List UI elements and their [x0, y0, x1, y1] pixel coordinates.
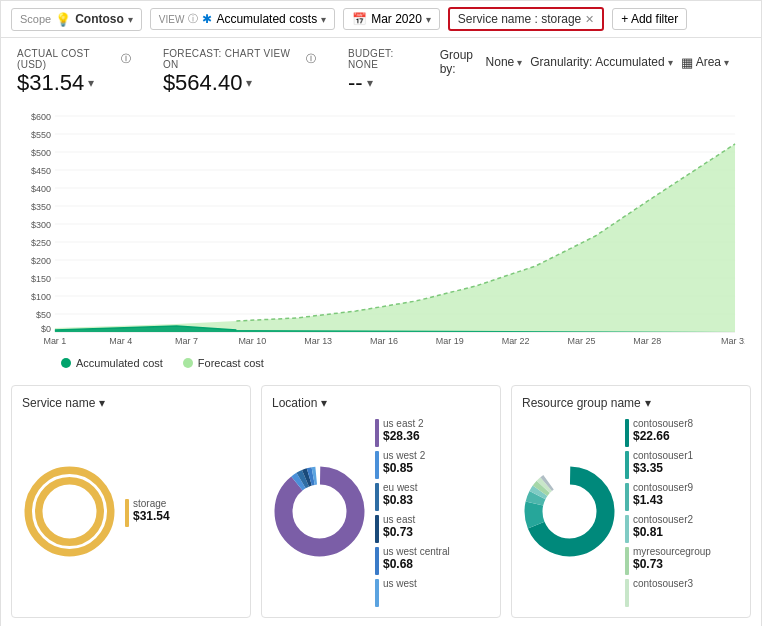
budget-label: BUDGET: NONE [348, 48, 424, 70]
svg-text:Mar 19: Mar 19 [436, 336, 464, 346]
view-type-select[interactable]: ▦ Area ▾ [681, 55, 729, 70]
date-caret-icon: ▾ [426, 14, 431, 25]
svg-text:$300: $300 [31, 220, 51, 230]
svg-text:Mar 4: Mar 4 [109, 336, 132, 346]
accumulated-legend-item: Accumulated cost [61, 357, 163, 369]
add-filter-button[interactable]: + Add filter [612, 8, 687, 30]
location-legend-item-2: eu west $0.83 [375, 482, 450, 511]
resource-legend-item-5: contosouser3 [625, 578, 711, 607]
service-name-card: Service name ▾ storage [11, 385, 251, 618]
area-chart-icon: ▦ [681, 55, 693, 70]
svg-text:Mar 13: Mar 13 [304, 336, 332, 346]
service-legend: storage $31.54 [125, 498, 170, 527]
svg-point-56 [552, 493, 588, 529]
svg-point-41 [52, 493, 88, 529]
svg-text:Mar 25: Mar 25 [568, 336, 596, 346]
location-legend-item-3: us east $0.73 [375, 514, 450, 543]
cards-row: Service name ▾ storage [1, 377, 761, 626]
chart-legend: Accumulated cost Forecast cost [1, 353, 761, 377]
view-type-value: Area [696, 55, 721, 69]
granularity-caret-icon: ▾ [668, 57, 673, 68]
location-legend-item-0: us east 2 $28.36 [375, 418, 450, 447]
svg-text:Mar 31: Mar 31 [721, 336, 745, 346]
svg-text:$0: $0 [41, 324, 51, 334]
resource-group-card-header[interactable]: Resource group name ▾ [522, 396, 740, 410]
svg-text:$100: $100 [31, 292, 51, 302]
svg-text:Mar 10: Mar 10 [238, 336, 266, 346]
groupby-value: None [486, 55, 515, 69]
svg-text:Mar 7: Mar 7 [175, 336, 198, 346]
view-value: Accumulated costs [216, 12, 317, 26]
service-legend-bar [125, 499, 129, 527]
location-title: Location [272, 396, 317, 410]
forecast-caret-icon: ▾ [246, 76, 252, 90]
scope-caret-icon: ▾ [128, 14, 133, 25]
view-caret-icon: ▾ [321, 14, 326, 25]
svg-text:$500: $500 [31, 148, 51, 158]
groupby-select[interactable]: Group by: None ▾ [440, 48, 523, 76]
svg-text:Mar 16: Mar 16 [370, 336, 398, 346]
svg-text:$550: $550 [31, 130, 51, 140]
scope-label: Scope [20, 13, 51, 25]
service-caret-icon: ▾ [99, 396, 105, 410]
groupby-caret-icon: ▾ [517, 57, 522, 68]
location-card: Location ▾ [261, 385, 501, 618]
service-legend-item: storage $31.54 [125, 498, 170, 527]
close-icon[interactable]: ✕ [585, 13, 594, 26]
accumulated-legend-dot [61, 358, 71, 368]
service-name-card-header[interactable]: Service name ▾ [22, 396, 240, 410]
granularity-select[interactable]: Granularity: Accumulated ▾ [530, 55, 672, 69]
asterisk-icon: ✱ [202, 12, 212, 26]
main-container: Scope 💡 Contoso ▾ VIEW ⓘ ✱ Accumulated c… [0, 0, 762, 626]
svg-text:$450: $450 [31, 166, 51, 176]
resource-legend-item-4: myresourcegroup $0.73 [625, 546, 711, 575]
location-legend-item-4: us west central $0.68 [375, 546, 450, 575]
scope-pill[interactable]: Scope 💡 Contoso ▾ [11, 8, 142, 31]
svg-text:$50: $50 [36, 310, 51, 320]
info-icon: ⓘ [188, 12, 198, 26]
date-value: Mar 2020 [371, 12, 422, 26]
budget-value: -- ▾ [348, 70, 424, 96]
filter-label: Service name : storage [458, 12, 581, 26]
resource-group-card: Resource group name ▾ [511, 385, 751, 618]
accumulated-legend-label: Accumulated cost [76, 357, 163, 369]
viewtype-caret-icon: ▾ [724, 57, 729, 68]
scope-value: Contoso [75, 12, 124, 26]
service-legend-text: storage $31.54 [133, 498, 170, 523]
forecast-info-icon: ⓘ [306, 52, 316, 66]
location-card-header[interactable]: Location ▾ [272, 396, 490, 410]
granularity-label: Granularity: [530, 55, 592, 69]
resource-legend-item-0: contosouser8 $22.66 [625, 418, 711, 447]
resource-legend: contosouser8 $22.66 contosouser1 $3.35 [625, 418, 711, 607]
svg-text:$350: $350 [31, 202, 51, 212]
forecast-metric: FORECAST: CHART VIEW ON ⓘ $564.40 ▾ [163, 48, 316, 96]
metrics-row: ACTUAL COST (USD) ⓘ $31.54 ▾ FORECAST: C… [1, 38, 761, 102]
metric-group: ACTUAL COST (USD) ⓘ $31.54 ▾ FORECAST: C… [17, 48, 424, 96]
budget-caret-icon: ▾ [367, 76, 373, 90]
service-name-title: Service name [22, 396, 95, 410]
actual-info-icon: ⓘ [121, 52, 131, 66]
forecast-value: $564.40 ▾ [163, 70, 316, 96]
chart-area: $600 $550 $500 $450 $400 $350 $300 $250 … [1, 102, 761, 353]
svg-marker-26 [55, 144, 735, 332]
location-legend-item-5: us west [375, 578, 450, 607]
service-name-card-body: storage $31.54 [22, 418, 240, 607]
service-filter-badge[interactable]: Service name : storage ✕ [448, 7, 604, 31]
add-filter-label: + Add filter [621, 12, 678, 26]
svg-text:$400: $400 [31, 184, 51, 194]
svg-text:Mar 1: Mar 1 [43, 336, 66, 346]
resource-group-card-body: contosouser8 $22.66 contosouser1 $3.35 [522, 418, 740, 607]
resource-group-title: Resource group name [522, 396, 641, 410]
calendar-icon: 📅 [352, 12, 367, 26]
granularity-value: Accumulated [595, 55, 664, 69]
view-pill[interactable]: VIEW ⓘ ✱ Accumulated costs ▾ [150, 8, 335, 30]
date-pill[interactable]: 📅 Mar 2020 ▾ [343, 8, 440, 30]
view-label: VIEW [159, 14, 185, 25]
bulb-icon: 💡 [55, 12, 71, 27]
resource-donut [522, 464, 617, 562]
actual-cost-metric: ACTUAL COST (USD) ⓘ $31.54 ▾ [17, 48, 131, 96]
service-donut [22, 464, 117, 562]
location-donut [272, 464, 367, 562]
svg-text:Mar 28: Mar 28 [633, 336, 661, 346]
svg-text:$200: $200 [31, 256, 51, 266]
